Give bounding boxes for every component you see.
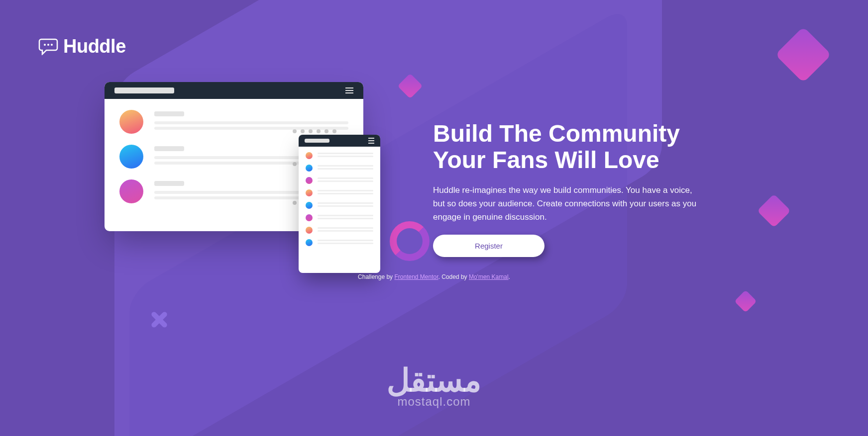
mockup-row xyxy=(299,172,380,184)
mockup-avatar xyxy=(306,152,313,159)
hero-headline: Build The Community Your Fans Will Love xyxy=(433,121,808,174)
mockup-row xyxy=(299,234,380,246)
mockup-text-lines xyxy=(318,202,373,208)
decor-diamond-icon xyxy=(775,26,831,83)
mockup-titlebar xyxy=(105,82,363,99)
speech-bubble-icon xyxy=(38,38,58,55)
attribution-suffix: . xyxy=(509,273,510,280)
mockup-text-lines xyxy=(318,153,373,159)
mockup-text-lines xyxy=(318,215,373,221)
svg-point-2 xyxy=(51,44,53,46)
mockup-avatar xyxy=(306,239,313,246)
hero-text-column: Build The Community Your Fans Will Love … xyxy=(428,82,868,257)
mockup-row xyxy=(299,184,380,196)
headline-line-1: Build The Community xyxy=(433,120,680,147)
illustration-mobile-mockup xyxy=(299,135,380,273)
attribution-footer: Challenge by Frontend Mentor. Coded by M… xyxy=(0,273,868,280)
mockup-avatar xyxy=(119,179,143,203)
attribution-link-frontend-mentor[interactable]: Frontend Mentor xyxy=(394,273,438,280)
site-logo: Huddle xyxy=(38,36,126,57)
attribution-prefix: Challenge by xyxy=(358,273,393,280)
mockup-title-placeholder xyxy=(305,139,329,143)
mockup-avatar xyxy=(119,110,143,134)
mockup-avatar xyxy=(119,145,143,169)
attribution-separator: . Coded by xyxy=(438,273,467,280)
hero-illustration xyxy=(40,82,428,281)
mockup-row xyxy=(105,99,363,134)
mockup-row xyxy=(299,159,380,172)
mockup-titlebar xyxy=(299,135,380,147)
mostaql-watermark: مستقل mostaql.com xyxy=(387,369,481,409)
mockup-avatar xyxy=(306,165,313,172)
svg-point-0 xyxy=(44,44,46,46)
connector-dot xyxy=(293,162,297,166)
mockup-text-lines xyxy=(318,165,373,171)
watermark-arabic: مستقل xyxy=(387,369,481,392)
headline-line-2: Your Fans Will Love xyxy=(433,147,659,173)
watermark-latin: mostaql.com xyxy=(387,395,481,409)
hero-section: Build The Community Your Fans Will Love … xyxy=(0,82,868,281)
mockup-text-lines xyxy=(318,177,373,183)
mockup-title-placeholder xyxy=(114,87,174,93)
mockup-row xyxy=(299,221,380,234)
mockup-text-lines xyxy=(318,190,373,196)
mockup-row xyxy=(299,196,380,209)
mockup-avatar xyxy=(306,214,313,221)
register-button[interactable]: Register xyxy=(433,235,544,257)
mockup-avatar xyxy=(306,189,313,196)
mockup-text-lines xyxy=(318,227,373,233)
logo-text: Huddle xyxy=(63,36,126,57)
hamburger-icon xyxy=(368,138,374,144)
hero-subtitle: Huddle re-imagines the way we build comm… xyxy=(433,183,702,224)
mockup-row xyxy=(299,209,380,221)
connector-dot xyxy=(293,201,297,205)
mockup-avatar xyxy=(306,202,313,209)
attribution-link-author[interactable]: Mo'men Kamal xyxy=(469,273,509,280)
mockup-row xyxy=(299,147,380,159)
mockup-avatar xyxy=(306,177,313,184)
svg-point-1 xyxy=(47,44,49,46)
connector-dot xyxy=(301,129,305,133)
connector-dot xyxy=(317,129,321,133)
decor-x-icon xyxy=(149,309,169,329)
mockup-text-lines xyxy=(318,240,373,246)
connector-dot xyxy=(309,129,313,133)
mockup-avatar xyxy=(306,227,313,234)
connector-dot xyxy=(325,129,328,133)
connector-dot xyxy=(293,129,297,133)
decor-diamond-icon xyxy=(734,290,757,312)
hamburger-icon xyxy=(345,87,353,93)
connector-dot xyxy=(332,129,336,133)
